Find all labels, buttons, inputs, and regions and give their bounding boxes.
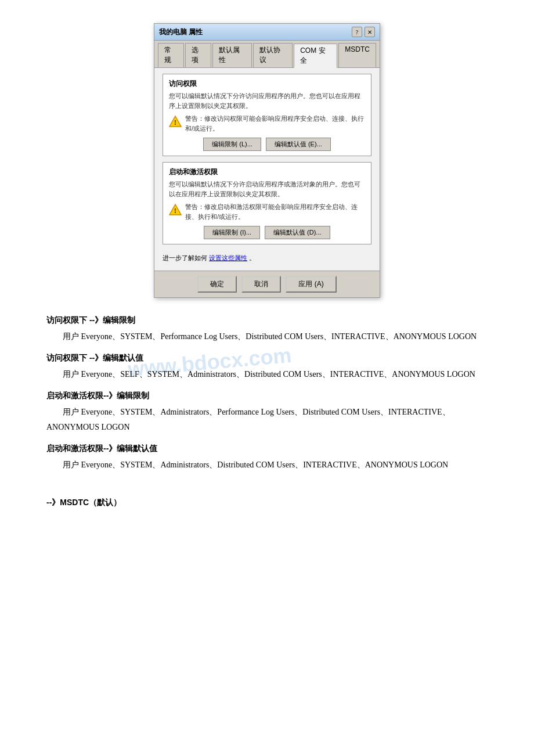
apply-button[interactable]: 应用 (A) (286, 276, 336, 293)
dialog-footer: 确定 取消 应用 (A) (154, 271, 380, 297)
close-button[interactable]: ✕ (365, 27, 375, 37)
settings-link[interactable]: 设置这些属性 (209, 254, 247, 261)
heading-msdtc: --》MSDTC（默认） (46, 498, 488, 508)
launch-button-row: 编辑限制 (I)... 编辑默认值 (D)... (169, 226, 365, 239)
access-button-row: 编辑限制 (L)... 编辑默认值 (E)... (169, 138, 365, 151)
access-section-desc: 您可以编辑默认情况下分许访问应用程序的用户。您也可以在应用程序上设置限制以夹定其… (169, 91, 365, 110)
launch-section-title: 启动和激活权限 (169, 167, 365, 177)
launch-permissions-section: 启动和激活权限 您可以编辑默认情况下分许启动应用程序或激活对象的用户。您也可以在… (163, 162, 371, 244)
dialog-title: 我的电脑 属性 (159, 27, 203, 37)
tab-bar: 常规 选项 默认属性 默认协议 COM 安全 MSDTC (154, 41, 380, 68)
tab-default-protocol[interactable]: 默认协议 (253, 43, 293, 67)
help-link-row: 进一步了解如何 设置这些属性 。 (163, 250, 371, 262)
access-warning-text: 警告：修改访问权限可能会影响应用程序安全启动、连接、执行和/或运行。 (185, 114, 365, 133)
svg-text:!: ! (174, 118, 176, 127)
ok-button[interactable]: 确定 (197, 276, 237, 293)
launch-warning-text: 警告：修改启动和激活权限可能会影响应用程序安全启动、连接、执行和/或运行。 (185, 202, 365, 221)
access-edit-default-button[interactable]: 编辑默认值 (E)... (266, 138, 331, 151)
launch-edit-limit-button[interactable]: 编辑限制 (I)... (204, 226, 260, 239)
para-access-default: 用户 Everyone、SELF、SYSTEM、Administrators、D… (46, 367, 488, 381)
dialog-titlebar: 我的电脑 属性 ? ✕ (154, 24, 380, 41)
help-link-suffix: 。 (249, 254, 255, 261)
heading-access-default: 访问权限下 --》编辑默认值 (46, 353, 488, 363)
access-section-title: 访问权限 (169, 79, 365, 89)
tab-default-props[interactable]: 默认属性 (212, 43, 252, 67)
launch-edit-default-button[interactable]: 编辑默认值 (D)... (265, 226, 330, 239)
warning-icon: ! (169, 115, 182, 128)
heading-access-limit: 访问权限下 --》编辑限制 (46, 315, 488, 326)
tab-com-security[interactable]: COM 安全 (294, 44, 337, 68)
svg-text:!: ! (174, 206, 176, 215)
help-button[interactable]: ? (352, 27, 362, 37)
tab-general[interactable]: 常规 (158, 43, 184, 67)
para-access-limit: 用户 Everyone、SYSTEM、Performance Log Users… (46, 329, 488, 344)
content-area: www.bdocx.com 访问权限下 --》编辑限制 用户 Everyone、… (35, 315, 499, 508)
launch-section-desc: 您可以编辑默认情况下分许启动应用程序或激活对象的用户。您也可以在应用程序上设置限… (169, 179, 365, 199)
dialog-title-controls: ? ✕ (352, 27, 375, 37)
my-computer-properties-dialog: 我的电脑 属性 ? ✕ 常规 选项 默认属性 默认协议 COM 安全 MSDTC… (154, 23, 380, 298)
heading-launch-limit: 启动和激活权限--》编辑限制 (46, 391, 488, 401)
cancel-button[interactable]: 取消 (241, 276, 281, 293)
dialog-body: 访问权限 您可以编辑默认情况下分许访问应用程序的用户。您也可以在应用程序上设置限… (154, 68, 380, 271)
dialog-container: 我的电脑 属性 ? ✕ 常规 选项 默认属性 默认协议 COM 安全 MSDTC… (35, 23, 499, 298)
tab-options[interactable]: 选项 (185, 43, 211, 67)
tab-msdtc[interactable]: MSDTC (338, 43, 376, 67)
heading-launch-default: 启动和激活权限--》编辑默认值 (46, 444, 488, 454)
para-launch-default: 用户 Everyone、SYSTEM、Administrators、Distri… (46, 458, 488, 472)
access-permissions-section: 访问权限 您可以编辑默认情况下分许访问应用程序的用户。您也可以在应用程序上设置限… (163, 74, 371, 156)
para-launch-limit: 用户 Everyone、SYSTEM、Administrators、Perfor… (46, 405, 488, 434)
access-edit-limit-button[interactable]: 编辑限制 (L)... (203, 138, 261, 151)
help-link-prefix: 进一步了解如何 (163, 254, 207, 261)
access-warning-row: ! 警告：修改访问权限可能会影响应用程序安全启动、连接、执行和/或运行。 (169, 114, 365, 133)
launch-warning-row: ! 警告：修改启动和激活权限可能会影响应用程序安全启动、连接、执行和/或运行。 (169, 202, 365, 221)
launch-warning-icon: ! (169, 203, 182, 216)
